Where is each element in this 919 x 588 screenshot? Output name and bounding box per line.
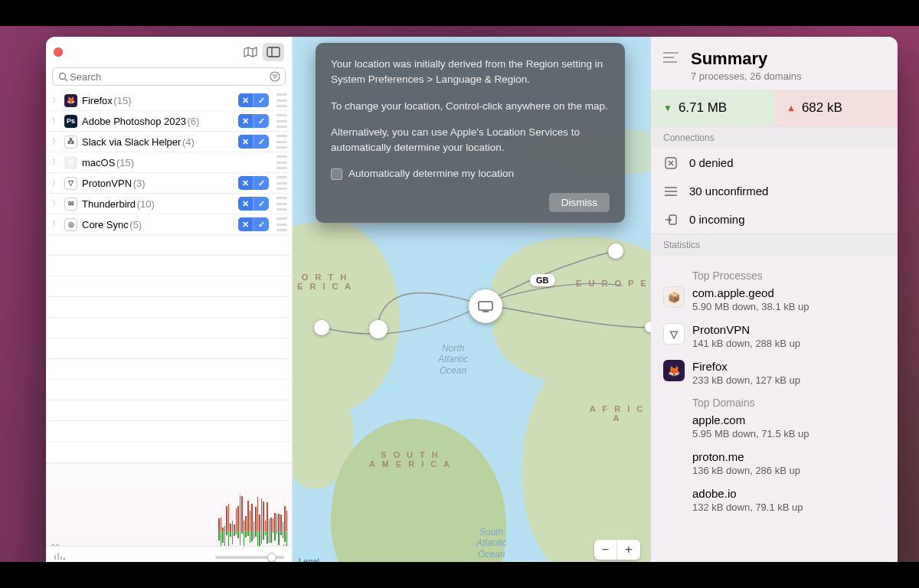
top-process-row[interactable]: 📦com.apple.geod5.90 MB down, 38.1 kB up: [663, 286, 885, 312]
disclosure-icon[interactable]: 〉: [52, 178, 60, 188]
svg-rect-0: [267, 47, 280, 57]
process-name: Core Sync (5): [82, 219, 234, 230]
map-label-south-america: S O U T H A M E R I C A: [369, 450, 452, 469]
denied-icon: [663, 157, 679, 169]
process-name: Thunderbird (10): [82, 198, 234, 210]
process-row[interactable]: 〉🦊Firefox (15)✕✓: [46, 90, 292, 111]
map-label-north-america: O R T HE R I C A: [297, 273, 353, 291]
popover-text: To change your location, Control-click a…: [331, 99, 610, 114]
process-row[interactable]: 〉▽ProtonVPN (3)✕✓: [46, 173, 292, 194]
disclosure-icon[interactable]: 〉: [52, 157, 60, 168]
map-pane[interactable]: O R T HE R I C A S O U T H A M E R I C A…: [293, 37, 651, 570]
row-options-icon[interactable]: [276, 93, 287, 107]
dismiss-button[interactable]: Dismiss: [549, 193, 610, 212]
map-label-africa: A F R I C A: [584, 404, 651, 423]
popover-text: Alternatively, you can use Apple's Locat…: [331, 125, 610, 156]
window-close-button[interactable]: [54, 47, 63, 57]
process-row[interactable]: 〉⌘macOS (15): [46, 152, 292, 173]
total-download: ▼6.71 MB: [651, 90, 774, 126]
connections-denied[interactable]: 0 denied: [651, 149, 898, 177]
row-options-icon[interactable]: [276, 114, 287, 128]
zoom-control: − +: [594, 540, 640, 560]
domain-detail: 5.95 MB down, 71.5 kB up: [692, 428, 809, 439]
domain-title: adobe.io: [692, 487, 803, 500]
action-toggle[interactable]: ✕✓: [238, 217, 269, 231]
process-detail: 141 kB down, 288 kB up: [692, 338, 800, 349]
process-name: Firefox (15): [82, 95, 234, 106]
app-icon: ⌘: [64, 156, 77, 169]
popover-text: Your location was initially derived from…: [331, 57, 610, 88]
action-toggle[interactable]: ✕✓: [238, 93, 269, 107]
map-label-europe: E U R O P E: [576, 279, 649, 288]
action-toggle[interactable]: ✕✓: [238, 176, 269, 190]
process-name: Adobe Photoshop 2023 (6): [82, 116, 234, 127]
disclosure-icon[interactable]: 〉: [52, 95, 60, 106]
process-row[interactable]: 〉✉Thunderbird (10)✕✓: [46, 194, 292, 214]
top-processes-label: Top Processes: [692, 270, 885, 282]
search-input[interactable]: [70, 71, 268, 83]
top-domain-row[interactable]: adobe.io132 kB down, 79.1 kB up: [663, 487, 885, 513]
auto-location-label: Automatically determine my location: [348, 166, 514, 181]
action-toggle[interactable]: ✕✓: [238, 114, 269, 128]
summary-menu-icon[interactable]: [663, 52, 680, 65]
row-options-icon[interactable]: [276, 155, 287, 169]
section-statistics: Statistics: [651, 234, 898, 256]
map-node: [645, 322, 651, 332]
process-icon: ▽: [663, 323, 685, 345]
graph-mode-icon[interactable]: [54, 551, 66, 563]
incoming-icon: [663, 214, 679, 225]
top-process-row[interactable]: ▽ProtonVPN141 kB down, 288 kB up: [663, 323, 885, 349]
process-icon: 📦: [663, 286, 685, 308]
svg-line-3: [64, 78, 67, 81]
process-icon: 🦊: [663, 360, 685, 381]
up-arrow-icon: ▲: [787, 103, 796, 113]
row-options-icon[interactable]: [276, 176, 287, 190]
row-options-icon[interactable]: [276, 217, 287, 231]
map-view-button[interactable]: [240, 43, 261, 61]
process-name: ProtonVPN (3): [82, 178, 234, 189]
app-window: 〉🦊Firefox (15)✕✓〉PsAdobe Photoshop 2023 …: [46, 37, 898, 570]
ocean-label-north-atlantic: North Atlantic Ocean: [438, 343, 468, 376]
process-row[interactable]: 〉PsAdobe Photoshop 2023 (6)✕✓: [46, 111, 292, 132]
connections-incoming[interactable]: 0 incoming: [651, 205, 898, 234]
ocean-label-south-atlantic: South Atlantic Ocean: [476, 527, 506, 560]
top-domain-row[interactable]: proton.me136 kB down, 286 kB up: [663, 450, 885, 476]
app-icon: ✉: [64, 198, 77, 211]
search-field[interactable]: [52, 67, 286, 86]
filter-icon[interactable]: [268, 71, 282, 82]
top-process-row[interactable]: 🦊Firefox233 kB down, 127 kB up: [663, 360, 885, 386]
connections-unconfirmed[interactable]: 30 unconfirmed: [651, 177, 898, 205]
country-badge: GB: [530, 274, 555, 286]
section-connections: Connections: [651, 126, 898, 149]
row-options-icon[interactable]: [276, 197, 287, 211]
map-node: [369, 320, 388, 338]
titlebar: [46, 37, 292, 67]
svg-point-2: [59, 73, 65, 79]
sidebar-toggle-button[interactable]: [263, 43, 284, 61]
map-hub-icon: [469, 289, 502, 323]
process-name: Slack via Slack Helper (4): [82, 136, 234, 148]
row-options-icon[interactable]: [276, 135, 287, 149]
svg-point-11: [64, 558, 64, 559]
zoom-in-button[interactable]: +: [617, 540, 640, 560]
disclosure-icon[interactable]: 〉: [52, 198, 60, 209]
sidebar: 〉🦊Firefox (15)✕✓〉PsAdobe Photoshop 2023 …: [46, 37, 293, 570]
app-icon: Ps: [64, 115, 77, 128]
time-range-slider[interactable]: [215, 556, 284, 559]
process-row[interactable]: 〉◎Core Sync (5)✕✓: [46, 214, 292, 235]
svg-rect-12: [479, 302, 492, 310]
down-arrow-icon: ▼: [663, 103, 672, 113]
map-node: [608, 243, 623, 259]
disclosure-icon[interactable]: 〉: [52, 116, 60, 126]
top-domain-row[interactable]: apple.com5.95 MB down, 71.5 kB up: [663, 413, 885, 439]
disclosure-icon[interactable]: 〉: [52, 136, 60, 147]
action-toggle[interactable]: ✕✓: [238, 197, 269, 211]
location-popover: Your location was initially derived from…: [316, 43, 625, 223]
process-name: macOS (15): [82, 157, 269, 168]
disclosure-icon[interactable]: 〉: [52, 219, 60, 230]
auto-location-checkbox[interactable]: [331, 168, 342, 180]
process-detail: 233 kB down, 127 kB up: [692, 374, 800, 386]
zoom-out-button[interactable]: −: [594, 540, 617, 560]
action-toggle[interactable]: ✕✓: [238, 135, 269, 149]
process-row[interactable]: 〉⁂Slack via Slack Helper (4)✕✓: [46, 132, 292, 152]
